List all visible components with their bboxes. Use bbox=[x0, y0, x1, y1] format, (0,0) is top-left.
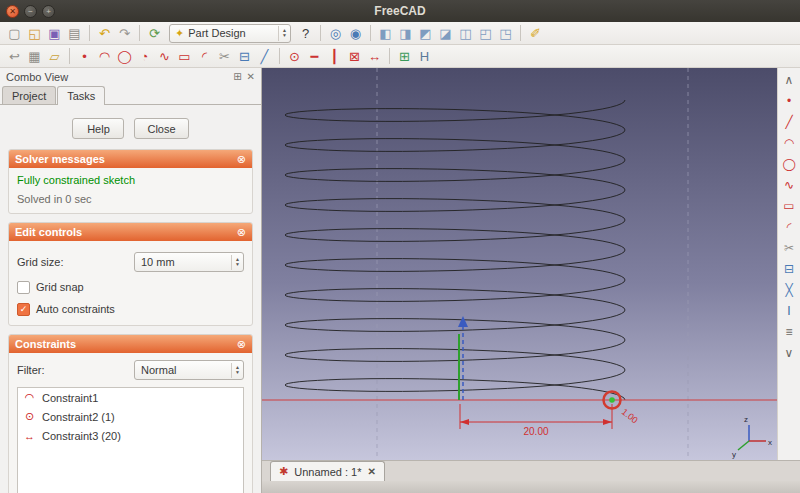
create-polyline-icon[interactable]: ∿ bbox=[155, 47, 174, 66]
view-left-icon[interactable]: ◳ bbox=[496, 24, 515, 43]
grid-toggle-icon[interactable]: ⊞ bbox=[395, 47, 414, 66]
view-right-icon[interactable]: ◪ bbox=[436, 24, 455, 43]
solver-messages-body: Fully constrained sketch Solved in 0 sec bbox=[9, 168, 252, 213]
sketch-circle-icon[interactable]: ◯ bbox=[780, 155, 799, 172]
sketch-fillet-icon[interactable]: ◜ bbox=[780, 218, 799, 235]
map-sketch-icon[interactable]: ▱ bbox=[45, 47, 64, 66]
grid-size-select[interactable]: 10 mm ▲ ▼ bbox=[134, 252, 244, 272]
tab-tasks[interactable]: Tasks bbox=[57, 86, 105, 105]
create-point-icon[interactable]: • bbox=[75, 47, 94, 66]
helix-sketch-curve[interactable] bbox=[285, 100, 625, 400]
refresh-icon[interactable]: ⟳ bbox=[145, 24, 164, 43]
scroll-up-icon[interactable]: ∧ bbox=[780, 71, 799, 88]
constraint-coincident-icon[interactable]: ⊙ bbox=[285, 47, 304, 66]
edit-controls-header[interactable]: Edit controls ⊗ bbox=[9, 223, 252, 241]
radius-value-label[interactable]: 1.00 bbox=[620, 407, 640, 426]
constraint-distance-icon[interactable]: ↔ bbox=[365, 47, 384, 66]
constraint-lock-icon[interactable]: ⊠ bbox=[345, 47, 364, 66]
undo-icon[interactable]: ↶ bbox=[95, 24, 114, 43]
sketch-external-icon[interactable]: ⊟ bbox=[780, 260, 799, 277]
snap-toggle-icon[interactable]: H bbox=[415, 47, 434, 66]
print-icon[interactable]: ▤ bbox=[65, 24, 84, 43]
constraint-vertical-icon[interactable]: ┃ bbox=[325, 47, 344, 66]
auto-constraints-checkbox[interactable]: ✓ bbox=[17, 303, 30, 316]
dimension-value-label[interactable]: 20.00 bbox=[523, 426, 548, 437]
view-front-icon[interactable]: ◨ bbox=[396, 24, 415, 43]
new-document-icon[interactable]: ▢ bbox=[5, 24, 24, 43]
view-bottom-icon[interactable]: ◰ bbox=[476, 24, 495, 43]
view-fit-all-icon[interactable]: ◎ bbox=[326, 24, 345, 43]
gizmo-z-label: z bbox=[744, 415, 748, 424]
external-geometry-icon[interactable]: ⊟ bbox=[235, 47, 254, 66]
sketch-trim-icon[interactable]: ✂ bbox=[780, 239, 799, 256]
solver-messages-header[interactable]: Solver messages ⊗ bbox=[9, 150, 252, 168]
toolbar-separator bbox=[389, 48, 390, 64]
3d-viewport[interactable]: 20.00 1.00 z x y bbox=[262, 68, 777, 460]
solver-status-text: Fully constrained sketch bbox=[17, 174, 244, 186]
spin-down-icon: ▼ bbox=[235, 370, 240, 375]
constraint-list[interactable]: ◠Constraint1⊙Constraint2 (1)↔Constraint3… bbox=[17, 387, 244, 493]
constraint-list-item[interactable]: ⊙Constraint2 (1) bbox=[18, 407, 243, 426]
whats-this-icon[interactable]: ? bbox=[296, 24, 315, 43]
close-button[interactable]: Close bbox=[134, 118, 188, 139]
window-maximize-icon[interactable]: + bbox=[42, 5, 55, 18]
grid-size-row: Grid size: 10 mm ▲ ▼ bbox=[17, 251, 244, 273]
create-rectangle-icon[interactable]: ▭ bbox=[175, 47, 194, 66]
panel-close-icon[interactable]: ✕ bbox=[247, 71, 255, 82]
measure-distance-icon[interactable]: ✐ bbox=[526, 24, 545, 43]
document-tab-close-icon[interactable]: ✕ bbox=[367, 466, 375, 477]
sketch-point-icon[interactable]: • bbox=[780, 92, 799, 109]
create-conic-icon[interactable]: ◔ bbox=[135, 47, 154, 66]
panel-float-icon[interactable]: ⊞ bbox=[233, 71, 241, 82]
sketch-arc-icon[interactable]: ◠ bbox=[780, 134, 799, 151]
view-sketch-icon[interactable]: ▦ bbox=[25, 47, 44, 66]
constraint-label: Constraint1 bbox=[42, 392, 98, 404]
solver-time-text: Solved in 0 sec bbox=[17, 193, 244, 205]
sketch-construction-icon[interactable]: ╳ bbox=[780, 281, 799, 298]
sketch-polyline-icon[interactable]: ∿ bbox=[780, 176, 799, 193]
section-collapse-icon[interactable]: ⊗ bbox=[237, 226, 246, 239]
window-minimize-icon[interactable]: − bbox=[24, 5, 37, 18]
window-close-icon[interactable]: ✕ bbox=[6, 5, 19, 18]
view-fit-selection-icon[interactable]: ◉ bbox=[346, 24, 365, 43]
toolbar-separator bbox=[89, 25, 90, 41]
grid-snap-checkbox[interactable] bbox=[17, 281, 30, 294]
gizmo-y-label: y bbox=[732, 450, 736, 459]
constraint-filter-select[interactable]: Normal ▲ ▼ bbox=[134, 360, 244, 380]
leave-sketch-icon[interactable]: ↩ bbox=[5, 47, 24, 66]
view-top-icon[interactable]: ◩ bbox=[416, 24, 435, 43]
save-document-icon[interactable]: ▣ bbox=[45, 24, 64, 43]
create-fillet-icon[interactable]: ◜ bbox=[195, 47, 214, 66]
scroll-down-icon[interactable]: ∨ bbox=[780, 344, 799, 361]
sketch-elements-list-icon[interactable]: ≡ bbox=[780, 323, 799, 340]
constraint-horizontal-icon[interactable]: ━ bbox=[305, 47, 324, 66]
constraint-filter-label: Filter: bbox=[17, 364, 45, 376]
redo-icon[interactable]: ↷ bbox=[115, 24, 134, 43]
create-arc-icon[interactable]: ◠ bbox=[95, 47, 114, 66]
standard-toolbar: ▢◱▣▤↶↷⟳ ✦ Part Design ▲ ▼ ?◎◉◧◨◩◪◫◰◳✐ bbox=[0, 22, 800, 45]
constraint-list-item[interactable]: ↔Constraint3 (20) bbox=[18, 426, 243, 445]
auto-constraints-row[interactable]: ✓ Auto constraints bbox=[17, 301, 244, 317]
sketch-line-icon[interactable]: ╱ bbox=[780, 113, 799, 130]
document-tabbar: ✱ Unnamed : 1* ✕ bbox=[262, 460, 800, 481]
trim-edge-icon[interactable]: ✂ bbox=[215, 47, 234, 66]
view-rear-icon[interactable]: ◫ bbox=[456, 24, 475, 43]
help-button[interactable]: Help bbox=[72, 118, 124, 139]
grid-snap-row[interactable]: Grid snap bbox=[17, 279, 244, 295]
view-axonometric-icon[interactable]: ◧ bbox=[376, 24, 395, 43]
sketch-rectangle-icon[interactable]: ▭ bbox=[780, 197, 799, 214]
workbench-selector[interactable]: ✦ Part Design ▲ ▼ bbox=[169, 24, 291, 43]
constraint-list-item[interactable]: ◠Constraint1 bbox=[18, 388, 243, 407]
section-collapse-icon[interactable]: ⊗ bbox=[237, 338, 246, 351]
open-document-icon[interactable]: ◱ bbox=[25, 24, 44, 43]
sketcher-tools-group: ↩▦▱•◠◯◔∿▭◜✂⊟╱⊙━┃⊠↔⊞H bbox=[5, 47, 434, 66]
constraints-header[interactable]: Constraints ⊗ bbox=[9, 335, 252, 353]
section-collapse-icon[interactable]: ⊗ bbox=[237, 153, 246, 166]
document-tab[interactable]: ✱ Unnamed : 1* ✕ bbox=[270, 461, 385, 481]
tab-project[interactable]: Project bbox=[2, 86, 56, 104]
create-circle-icon[interactable]: ◯ bbox=[115, 47, 134, 66]
construction-mode-icon[interactable]: ╱ bbox=[255, 47, 274, 66]
sketch-select-elements-icon[interactable]: I bbox=[780, 302, 799, 319]
sketch-endpoint[interactable] bbox=[609, 397, 615, 403]
workbench-selector-arrows: ▲ ▼ bbox=[278, 26, 287, 41]
